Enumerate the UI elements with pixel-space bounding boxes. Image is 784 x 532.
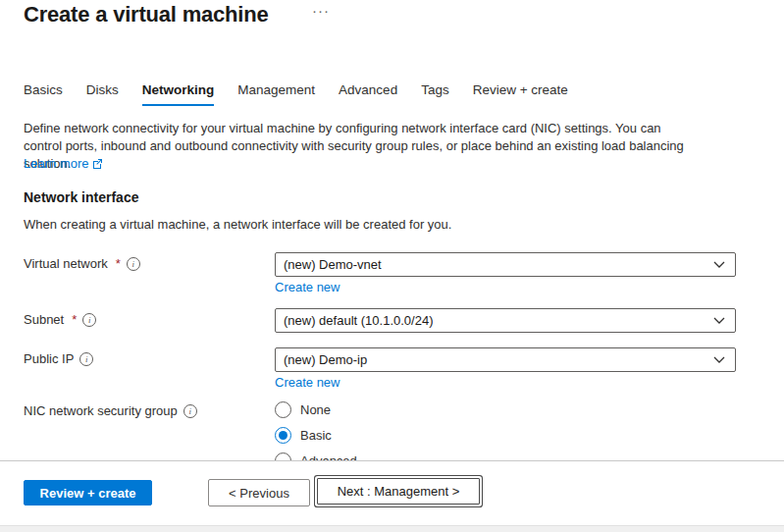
public-ip-value: (new) Demo-ip	[284, 352, 367, 367]
tab-review-create[interactable]: Review + create	[473, 82, 568, 106]
external-link-icon	[92, 158, 103, 169]
chevron-down-icon	[713, 356, 725, 364]
tab-disks[interactable]: Disks	[86, 82, 119, 106]
virtual-network-label: Virtual network* i	[24, 256, 140, 271]
required-marker: *	[72, 312, 77, 327]
next-management-button[interactable]: Next : Management >	[317, 478, 480, 505]
tab-tags[interactable]: Tags	[421, 82, 449, 106]
previous-button[interactable]: < Previous	[208, 479, 310, 506]
info-icon[interactable]: i	[183, 404, 197, 418]
networking-description: Define network connectivity for your vir…	[24, 120, 689, 173]
subnet-select[interactable]: (new) default (10.1.0.0/24)	[275, 308, 736, 333]
public-ip-select[interactable]: (new) Demo-ip	[275, 347, 736, 372]
radio-label: Basic	[300, 428, 332, 443]
subnet-label: Subnet* i	[24, 312, 96, 327]
virtual-network-value: (new) Demo-vnet	[284, 257, 382, 272]
chevron-down-icon	[713, 317, 725, 325]
info-icon[interactable]: i	[79, 352, 93, 366]
tab-bar: Basics Disks Networking Management Advan…	[24, 82, 568, 106]
page-title: Create a virtual machine	[24, 2, 269, 27]
virtual-network-select[interactable]: (new) Demo-vnet	[275, 252, 736, 277]
footer-bar: Review + create < Previous Next : Manage…	[0, 461, 784, 525]
learn-more-label: Learn more	[24, 156, 88, 171]
public-ip-label: Public IP i	[24, 351, 93, 366]
chevron-down-icon	[713, 261, 725, 269]
network-interface-heading: Network interface	[24, 189, 138, 205]
tab-management[interactable]: Management	[237, 82, 315, 106]
page-content: Create a virtual machine ··· Basics Disk…	[0, 0, 784, 461]
review-create-button[interactable]: Review + create	[24, 480, 152, 505]
nic-nsg-radio-group: None Basic Advanced	[275, 399, 357, 461]
more-options-icon[interactable]: ···	[312, 2, 330, 19]
nic-nsg-label-text: NIC network security group	[24, 403, 178, 418]
radio-checked-icon	[275, 427, 291, 444]
virtual-network-label-text: Virtual network	[24, 256, 108, 271]
info-icon[interactable]: i	[82, 313, 96, 327]
public-ip-label-text: Public IP	[24, 351, 74, 366]
subnet-value: (new) default (10.1.0.0/24)	[284, 313, 433, 328]
nic-nsg-label: NIC network security group i	[24, 403, 197, 418]
public-ip-create-new-link[interactable]: Create new	[275, 375, 340, 390]
required-marker: *	[116, 256, 121, 271]
bottom-edge-strip	[0, 525, 784, 532]
radio-option-none[interactable]: None	[275, 399, 357, 420]
radio-option-basic[interactable]: Basic	[275, 425, 357, 446]
virtual-network-create-new-link[interactable]: Create new	[275, 280, 340, 294]
subnet-label-text: Subnet	[24, 312, 64, 327]
learn-more-link[interactable]: Learn more	[24, 156, 103, 171]
network-interface-subtext: When creating a virtual machine, a netwo…	[24, 217, 451, 232]
radio-label: None	[300, 402, 331, 417]
tab-advanced[interactable]: Advanced	[339, 82, 397, 106]
tab-networking[interactable]: Networking	[142, 82, 215, 106]
radio-icon	[275, 401, 291, 418]
info-icon[interactable]: i	[127, 257, 140, 271]
tab-basics[interactable]: Basics	[24, 82, 63, 106]
